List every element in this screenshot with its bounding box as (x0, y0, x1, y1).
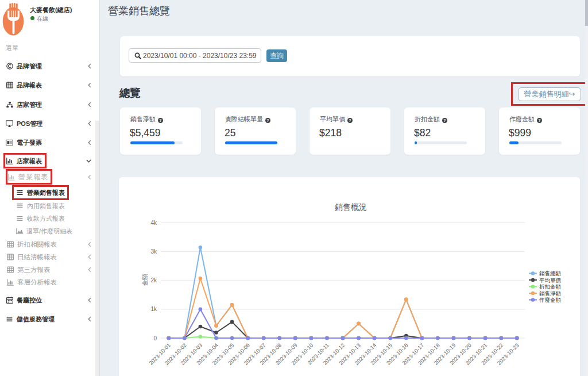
svg-text:平均單價: 平均單價 (539, 277, 562, 283)
svg-text:折扣金額: 折扣金額 (539, 283, 562, 290)
svg-text:0: 0 (153, 335, 157, 342)
svg-text:銷售概況: 銷售概況 (335, 202, 367, 212)
svg-text:1k: 1k (150, 306, 157, 312)
svg-text:金額: 金額 (141, 274, 148, 286)
svg-text:銷售淨額: 銷售淨額 (539, 290, 562, 297)
svg-text:4k: 4k (150, 220, 157, 226)
svg-text:作廢金額: 作廢金額 (539, 297, 562, 303)
svg-text:3k: 3k (150, 248, 157, 255)
svg-text:銷售總額: 銷售總額 (539, 270, 562, 277)
svg-text:2k: 2k (150, 277, 157, 283)
